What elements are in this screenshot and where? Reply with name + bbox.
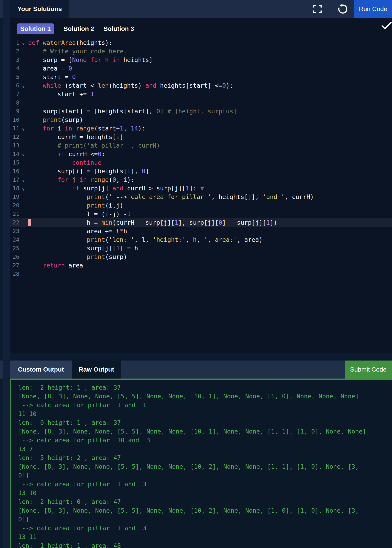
code-line-14[interactable]: 14∨ if currH <=0: [10, 150, 392, 158]
console-line: len: 2 height: 1 , area: 37 [18, 383, 392, 392]
code-text: # print('at pillar ', currH) [28, 141, 160, 150]
console-line: [None, [8, 3], None, None, [5, 5], None,… [18, 427, 392, 436]
tab-raw-output[interactable]: Raw Output [72, 360, 121, 379]
line-number: 24 [10, 235, 19, 244]
code-line-9[interactable]: 9 surp[start] = [heights[start], 0] # [h… [10, 107, 392, 116]
code-text: surp[start] = [heights[start], 0] # [hei… [28, 107, 237, 116]
solution-passed-check-icon [381, 21, 392, 30]
fold-chevron-icon[interactable]: ∨ [19, 82, 28, 91]
fold-chevron-icon[interactable]: ∨ [19, 39, 28, 48]
fold-gutter [19, 133, 28, 142]
code-text: while (start < len(heights) and heights[… [28, 81, 233, 90]
code-area[interactable]: 1∨def waterArea(heights):2 # Write your … [10, 39, 392, 278]
raw-output-console[interactable]: len: 2 height: 1 , area: 37[None, [8, 3]… [10, 379, 392, 548]
code-line-23[interactable]: 23 area += l*h [10, 227, 392, 235]
code-line-11[interactable]: 11∨ for i in range(start+1, 14): [10, 124, 392, 133]
tab-solution-2[interactable]: Solution 2 [63, 25, 94, 32]
run-code-label: Run Code [359, 5, 387, 13]
line-number: 14 [10, 150, 19, 158]
code-line-22[interactable]: 22 h = min(currH - surp[j][1], surp[j][0… [10, 218, 392, 227]
fold-gutter [19, 253, 28, 262]
top-bar: Your Solutions Run Code [0, 0, 392, 18]
code-text: print('len: ', l, 'height:', h, ', area:… [28, 235, 262, 244]
fold-chevron-icon[interactable]: ∨ [19, 151, 28, 159]
code-line-21[interactable]: 21 l = (i-j) -1 [10, 210, 392, 218]
tab-custom-output[interactable]: Custom Output [10, 360, 72, 379]
code-line-4[interactable]: 4 area = 0 [10, 64, 392, 73]
code-text: if currH <=0: [28, 150, 105, 158]
code-text: area += l*h [28, 227, 127, 235]
code-text: print(' --> calc area for pillar ', heig… [28, 193, 314, 201]
code-line-18[interactable]: 18∨ if surp[j] and currH > surp[j][1]: # [10, 184, 392, 193]
fullscreen-icon[interactable] [311, 3, 323, 15]
code-line-7[interactable]: 7 start += 1 [10, 90, 392, 98]
console-line: 13 11 [18, 533, 392, 541]
line-number: 10 [10, 116, 19, 124]
fold-chevron-icon[interactable]: ∨ [19, 185, 28, 194]
line-number: 26 [10, 253, 19, 261]
line-number: 13 [10, 141, 19, 150]
code-text: return area [28, 261, 83, 270]
line-number: 25 [10, 244, 19, 253]
code-line-20[interactable]: 20 print(i,j) [10, 201, 392, 210]
console-line: len: 1 height: 1 , area: 48 [18, 541, 392, 548]
code-line-28[interactable]: 28 [10, 270, 392, 278]
code-line-19[interactable]: 19 print(' --> calc area for pillar ', h… [10, 193, 392, 201]
fold-gutter [19, 219, 28, 228]
solution-tabs: Solution 1 Solution 2 Solution 3 [17, 23, 134, 34]
code-line-2[interactable]: 2 # Write your code here. [10, 47, 392, 56]
line-number: 20 [10, 201, 19, 210]
code-line-12[interactable]: 12 currH = heights[i] [10, 133, 392, 141]
your-solutions-tab[interactable]: Your Solutions [10, 0, 69, 18]
console-line: 0]] [18, 515, 392, 524]
line-number: 1 [10, 39, 19, 47]
output-tab-row: Custom Output Raw Output Submit Code [0, 360, 392, 379]
code-line-5[interactable]: 5 start = 0 [10, 73, 392, 81]
line-number: 28 [10, 270, 19, 278]
code-text: area = 0 [28, 64, 72, 73]
console-line: [None, [8, 3], None, None, [5, 5], None,… [18, 506, 392, 515]
submit-code-button[interactable]: Submit Code [345, 360, 392, 379]
code-text: print(i,j) [28, 201, 123, 210]
code-line-27[interactable]: 27 return area [10, 261, 392, 270]
fold-gutter [19, 159, 28, 168]
console-line: 0]] [18, 471, 392, 480]
fold-chevron-icon[interactable]: ∨ [19, 176, 28, 185]
line-number: 23 [10, 227, 19, 235]
reset-code-icon[interactable] [336, 3, 348, 15]
code-text: # Write your code here. [28, 47, 127, 56]
line-number: 21 [10, 210, 19, 218]
code-line-6[interactable]: 6∨ while (start < len(heights) and heigh… [10, 81, 392, 90]
code-text: l = (i-j) -1 [28, 210, 131, 218]
console-line: 13 10 [18, 489, 392, 497]
code-line-17[interactable]: 17∨ for j in range(0, i): [10, 176, 392, 184]
fold-gutter [19, 245, 28, 253]
run-code-button[interactable]: Run Code [354, 0, 392, 18]
code-line-26[interactable]: 26 print(surp) [10, 253, 392, 261]
tab-solution-1[interactable]: Solution 1 [17, 23, 54, 34]
code-line-13[interactable]: 13 # print('at pillar ', currH) [10, 141, 392, 150]
line-number: 17 [10, 176, 19, 184]
custom-output-label: Custom Output [18, 366, 64, 373]
console-line: len: 0 height: 1 , area: 37 [18, 418, 392, 427]
line-number: 2 [10, 47, 19, 56]
code-line-10[interactable]: 10 print(surp) [10, 116, 392, 124]
fold-gutter [19, 194, 28, 202]
code-line-3[interactable]: 3 surp = [None for h in heights] [10, 56, 392, 64]
fold-chevron-icon[interactable]: ∨ [19, 125, 28, 133]
code-line-1[interactable]: 1∨def waterArea(heights): [10, 39, 392, 47]
line-number: 12 [10, 133, 19, 141]
code-line-16[interactable]: 16 surp[i] = [heights[i], 0] [10, 167, 392, 176]
tab-solution-3[interactable]: Solution 3 [104, 25, 134, 32]
fold-gutter [19, 271, 28, 279]
code-line-24[interactable]: 24 print('len: ', l, 'height:', h, ', ar… [10, 235, 392, 244]
submit-code-label: Submit Code [350, 366, 387, 373]
line-number: 18 [10, 184, 19, 193]
code-text: print(surp) [28, 116, 83, 124]
code-line-25[interactable]: 25 surp[j][1] = h [10, 244, 392, 253]
code-line-8[interactable]: 8 [10, 98, 392, 107]
code-text: def waterArea(heights): [28, 39, 112, 47]
code-line-15[interactable]: 15 continue [10, 158, 392, 167]
raw-output-label: Raw Output [79, 366, 114, 373]
code-text: start += 1 [28, 90, 94, 98]
